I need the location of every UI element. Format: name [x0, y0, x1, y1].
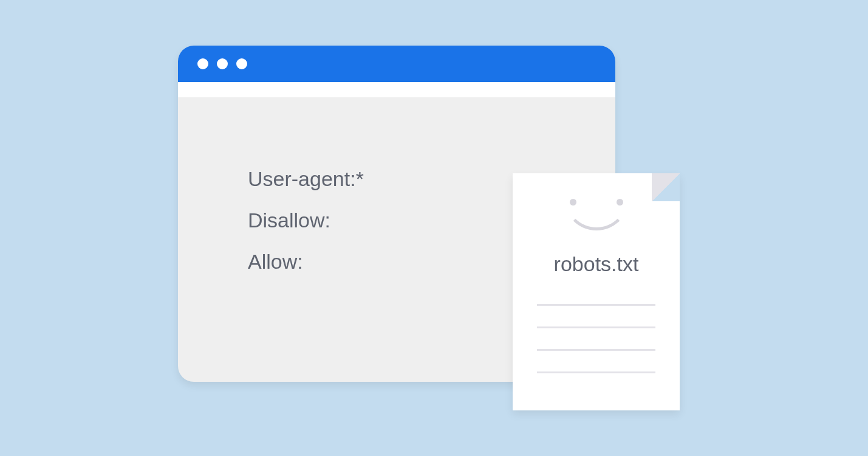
- folded-corner-icon: [652, 173, 680, 201]
- file-title: robots.txt: [513, 252, 680, 276]
- smiley-face-icon: [554, 190, 639, 227]
- text-line-icon: [537, 326, 655, 328]
- file-card: robots.txt: [513, 173, 680, 410]
- text-line-icon: [537, 304, 655, 306]
- window-dot-icon: [236, 58, 247, 69]
- text-line-icon: [537, 349, 655, 351]
- browser-titlebar: [178, 46, 615, 82]
- text-line-icon: [537, 371, 655, 373]
- window-dot-icon: [217, 58, 228, 69]
- file-body-lines: [537, 304, 655, 394]
- browser-toolbar: [178, 82, 615, 97]
- window-dot-icon: [197, 58, 208, 69]
